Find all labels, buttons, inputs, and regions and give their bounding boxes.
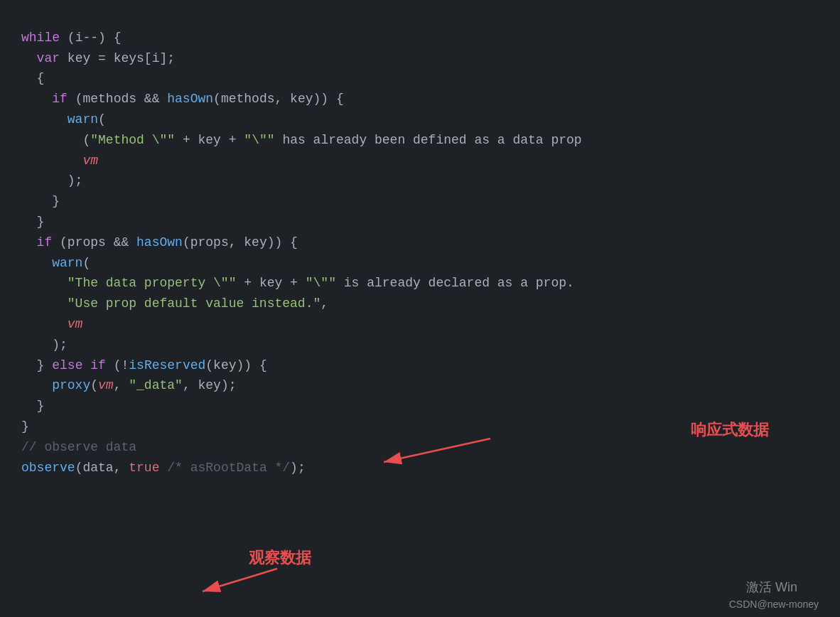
code-editor: while (i--) { var key = keys[i]; { if (m…	[0, 0, 840, 485]
line-18: proxy(vm, "_data", key);	[21, 378, 237, 392]
line-13: "The data property \"" + key + "\"" is a…	[21, 276, 574, 290]
observe-data-annotation: 观察数据	[249, 547, 311, 569]
line-10: }	[21, 215, 44, 229]
line-1: while (i--) {	[21, 31, 121, 45]
line-4: if (methods && hasOwn(methods, key)) {	[21, 92, 344, 106]
reactive-data-annotation: 响应式数据	[691, 419, 769, 441]
csdn-watermark: CSDN@new-money	[729, 599, 819, 610]
line-2: var key = keys[i];	[21, 51, 175, 65]
line-6: ("Method \"" + key + "\"" has already be…	[21, 133, 582, 147]
line-17: } else if (!isReserved(key)) {	[21, 358, 267, 372]
line-14: "Use prop default value instead.",	[21, 296, 328, 311]
line-21: // observe data	[21, 440, 136, 454]
line-15: vm	[21, 317, 82, 331]
line-5: warn(	[21, 112, 106, 127]
svg-line-3	[203, 569, 277, 591]
line-20: }	[21, 419, 29, 434]
line-9: }	[21, 194, 60, 208]
line-19: }	[21, 399, 44, 413]
line-11: if (props && hasOwn(props, key)) {	[21, 235, 298, 250]
line-12: warn(	[21, 256, 90, 270]
activate-windows-text: 激活 Win	[746, 579, 797, 596]
line-7: vm	[21, 154, 98, 168]
line-16: );	[21, 338, 68, 352]
line-22: observe(data, true /* asRootData */);	[21, 461, 306, 475]
line-3: {	[21, 71, 44, 85]
line-8: );	[21, 173, 82, 188]
